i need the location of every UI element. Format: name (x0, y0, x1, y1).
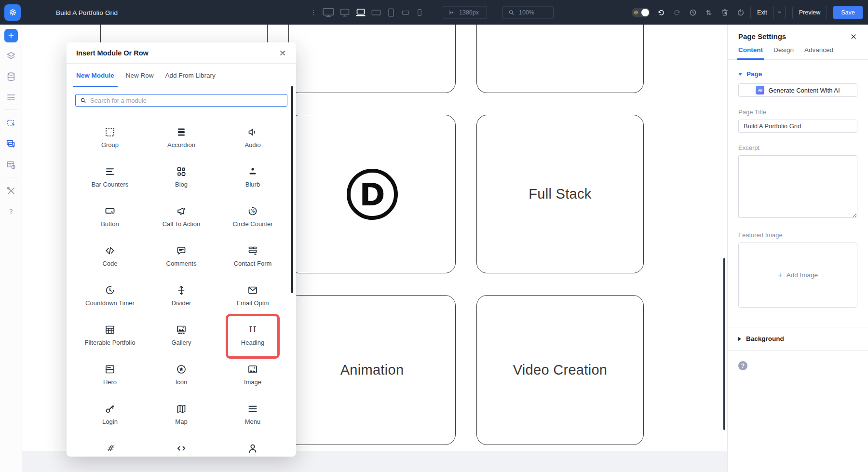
angle-brackets-icon (176, 443, 187, 454)
tab-new-row[interactable]: New Row (126, 64, 154, 87)
undo-button[interactable] (657, 8, 665, 17)
magnifier-icon (508, 9, 515, 16)
page-title-input[interactable] (738, 120, 857, 133)
portfolio-card-full-stack[interactable]: Full Stack (476, 115, 644, 273)
close-icon[interactable] (279, 49, 286, 57)
module-email-optin[interactable]: Email Optin (217, 282, 288, 322)
tab-advanced[interactable]: Advanced (804, 46, 833, 59)
laptop-icon[interactable] (355, 7, 366, 18)
module-label: Call To Action (163, 220, 201, 228)
sidebar-item-select-row[interactable] (4, 137, 18, 151)
divi-logo-button[interactable] (4, 4, 21, 21)
module-map[interactable]: Map (146, 401, 217, 440)
module-countdown-timer[interactable]: Countdown Timer (74, 282, 146, 322)
module-hero[interactable]: Hero (74, 361, 146, 401)
sidebar-item-layers[interactable] (4, 49, 18, 63)
triangle-down-icon (738, 73, 742, 76)
panel-header: Page Settings (738, 32, 857, 40)
module-menu[interactable]: Menu (217, 401, 288, 440)
module-gallery[interactable]: Gallery (146, 322, 217, 361)
portfolio-card-video-creation[interactable]: Video Creation (476, 295, 644, 445)
module-heading[interactable]: Heading (217, 322, 288, 361)
module-audio[interactable]: Audio (217, 124, 288, 163)
tablet-landscape-icon[interactable] (371, 7, 381, 18)
module-label: Code (102, 260, 117, 267)
module-login[interactable]: Login (74, 401, 146, 440)
sidebar-item-select-module[interactable] (4, 116, 18, 131)
page-scrollbar[interactable] (723, 258, 725, 430)
module-label: Email Optin (236, 299, 269, 307)
sort-button[interactable] (705, 8, 713, 17)
modal-scrollbar[interactable] (291, 86, 293, 293)
tab-design[interactable]: Design (773, 46, 794, 59)
module-label: Bar Counters (92, 181, 129, 188)
portfolio-card-d[interactable]: D (288, 115, 456, 273)
builder-theme-toggle[interactable] (632, 8, 650, 17)
preview-button[interactable]: Preview (792, 6, 827, 19)
tab-content[interactable]: Content (738, 46, 763, 59)
module-person[interactable] (217, 440, 288, 457)
phone-landscape-icon[interactable] (401, 8, 410, 17)
redo-button[interactable] (673, 8, 681, 17)
group-icon (104, 126, 116, 138)
zoom-control[interactable]: 100% (502, 6, 554, 19)
sidebar-item-wireframe[interactable] (4, 90, 18, 105)
portfolio-card-animation[interactable]: Animation (288, 295, 456, 445)
module-call-to-action[interactable]: Call To Action (146, 203, 217, 243)
desktop-icon[interactable] (339, 7, 351, 18)
module-circle-counter[interactable]: Circle Counter (217, 203, 288, 243)
generate-content-ai-button[interactable]: AI Generate Content With AI (738, 83, 857, 97)
section-page-toggle[interactable]: Page (738, 70, 857, 78)
module-contact-form[interactable]: Contact Form (217, 243, 288, 282)
icon-star-icon (176, 364, 187, 375)
desktop-large-icon[interactable] (322, 6, 335, 19)
module-blurb[interactable]: Blurb (217, 163, 288, 203)
divider-icon (176, 284, 187, 296)
featured-image-label: Featured Image (738, 231, 857, 239)
module-blog[interactable]: Blog (146, 163, 217, 203)
module-image[interactable]: Image (217, 361, 288, 401)
add-button[interactable] (4, 29, 18, 42)
sidebar-item-tools[interactable] (4, 184, 18, 198)
module-code[interactable]: Code (74, 243, 146, 282)
module-icon[interactable]: Icon (146, 361, 217, 401)
tablet-portrait-icon[interactable] (386, 7, 396, 18)
topbar-page-title: Build A Portfolio Grid (56, 9, 118, 16)
blurb-icon (247, 166, 258, 177)
module-bar-counters[interactable]: Bar Counters (74, 163, 146, 203)
exit-button[interactable]: Exit (751, 6, 773, 19)
module-group[interactable]: Group (74, 124, 146, 163)
section-background-toggle[interactable]: Background (728, 327, 868, 351)
sidebar-divider (4, 177, 18, 177)
save-button[interactable]: Save (833, 6, 863, 19)
add-image-dropzone[interactable]: + Add Image (738, 243, 857, 308)
toggle-knob (641, 9, 649, 16)
sidebar-item-database[interactable] (4, 69, 18, 84)
module-angle-brackets[interactable] (146, 440, 217, 457)
sidebar-item-help[interactable] (4, 204, 18, 219)
module-accordion[interactable]: Accordion (146, 124, 217, 163)
module-button[interactable]: Button (74, 203, 146, 243)
plus-icon: + (778, 270, 783, 280)
exit-dropdown-button[interactable] (773, 6, 785, 19)
module-divider[interactable]: Divider (146, 282, 217, 322)
tab-new-module[interactable]: New Module (76, 64, 114, 87)
panel-help-button[interactable]: ? (738, 361, 747, 370)
phone-portrait-icon[interactable] (415, 8, 424, 17)
close-icon[interactable] (850, 33, 857, 40)
more-options-icon[interactable] (310, 9, 317, 16)
module-filterable-portfolio[interactable]: Filterable Portfolio (74, 322, 146, 361)
module-hash[interactable] (74, 440, 146, 457)
history-button[interactable] (689, 8, 697, 17)
module-search-input[interactable] (90, 97, 283, 104)
person-icon (247, 443, 258, 454)
trash-button[interactable] (720, 8, 729, 17)
module-comments[interactable]: Comments (146, 243, 217, 282)
responsive-device-switcher (322, 6, 424, 19)
portability-button[interactable] (736, 8, 745, 17)
tab-add-from-library[interactable]: Add From Library (165, 64, 216, 87)
viewport-width-control[interactable]: 1386px (443, 6, 487, 19)
sidebar-item-layout-settings[interactable] (4, 158, 18, 172)
code-icon (104, 245, 116, 256)
excerpt-textarea[interactable] (738, 155, 857, 218)
